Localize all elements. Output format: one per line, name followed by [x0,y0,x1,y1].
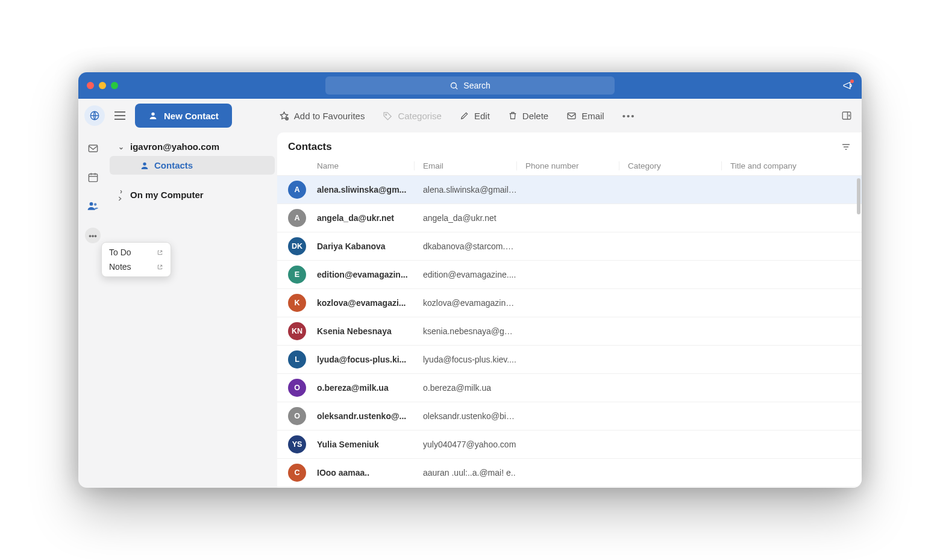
avatar: A [288,181,306,199]
avatar: E [288,266,306,284]
svg-point-21 [90,202,93,206]
table-row[interactable]: Eedition@evamagazin...edition@evamagazin… [277,261,862,289]
sidebar: ⌄ igavron@yahoo.com Contacts › On my Com… [107,132,277,488]
avatar: K [288,294,306,312]
table-row[interactable]: KNKsenia Nebesnayaksenia.nebesnaya@gm... [277,317,862,346]
hamburger-menu-button[interactable] [110,111,130,120]
table-row[interactable]: Aalena.sliwinska@gm...alena.sliwinska@gm… [277,176,862,204]
email-label: Email [581,111,604,121]
announcements-button[interactable] [842,80,853,91]
column-email[interactable]: Email [415,161,517,170]
person-icon [140,161,149,170]
table-row[interactable]: YSYulia Semeniukyuly040477@yahoo.com [277,431,862,459]
maximize-window-button[interactable] [111,82,118,89]
contact-name: angela_da@ukr.net [317,213,415,223]
table-row[interactable]: Oo.bereza@milk.uao.bereza@milk.ua [277,374,862,402]
search-input[interactable]: Search [325,76,615,95]
column-phone[interactable]: Phone number [517,161,619,170]
contact-name: Yulia Semeniuk [317,440,415,449]
open-external-icon [157,264,163,270]
email-button[interactable]: Email [566,111,604,121]
app-window: Search New Contact Add to Favourites [78,72,862,488]
contact-email: yuly040477@yahoo.com [415,440,517,449]
table-row[interactable]: Llyuda@focus-plus.ki...lyuda@focus-plus.… [277,346,862,374]
table-header: Name Email Phone number Category Title a… [277,157,862,176]
avatar: C [288,464,306,482]
filter-button[interactable] [841,142,851,152]
avatar: KN [288,322,306,340]
contact-name: Dariya Kabanova [317,241,415,251]
globe-button[interactable] [84,105,105,126]
table-row[interactable]: Ooleksandr.ustenko@...oleksandr.ustenko@… [277,402,862,431]
categorise-label: Categorise [398,111,442,121]
contact-list: Aalena.sliwinska@gm...alena.sliwinska@gm… [277,176,862,488]
contact-email: aauran .uul:..a.@mai! e.. [415,468,517,478]
table-row[interactable]: DKDariya Kabanovadkabanova@starcom.ki... [277,232,862,261]
edit-button[interactable]: Edit [460,111,490,121]
sidebar-omc-label: On my Computer [130,190,204,200]
scrollbar-thumb[interactable] [857,178,860,214]
svg-rect-12 [842,112,851,119]
svg-rect-11 [568,113,575,119]
pencil-icon [460,111,469,120]
nav-rail: ••• To Do Notes [78,132,107,488]
panel-toggle-button[interactable] [841,110,856,121]
rail-more[interactable]: ••• [85,228,101,243]
sidebar-account[interactable]: ⌄ igavron@yahoo.com [107,137,277,156]
popover-todo[interactable]: To Do [102,245,171,260]
search-placeholder: Search [463,81,490,90]
sidebar-item-contacts[interactable]: Contacts [110,156,275,175]
chevron-right-icon: › [117,187,125,202]
tag-icon [383,111,393,121]
contact-name: Ksenia Nebesnaya [317,326,415,336]
column-category[interactable]: Category [619,161,722,170]
rail-calendar[interactable] [86,170,100,184]
sidebar-account-label: igavron@yahoo.com [130,142,219,152]
avatar: L [288,350,306,369]
contact-name: lyuda@focus-plus.ki... [317,355,415,364]
sidebar-on-my-computer[interactable]: › On my Computer [107,183,277,206]
delete-label: Delete [522,111,548,121]
column-title[interactable]: Title and company [722,161,851,170]
rail-people[interactable] [86,199,100,213]
search-icon [450,81,459,90]
notification-dot [850,79,854,83]
page-title: Contacts [288,141,332,153]
chevron-down-icon: ⌄ [117,143,125,151]
contact-email: lyuda@focus-plus.kiev.... [415,355,517,364]
svg-point-10 [386,114,387,115]
main-header: Contacts [277,132,862,157]
avatar: YS [288,435,306,453]
contact-email: o.bereza@milk.ua [415,383,517,393]
contact-email: edition@evamagazine.... [415,270,517,279]
table-row[interactable]: Kkozlova@evamagazi...kozlova@evamagazine… [277,289,862,317]
trash-icon [508,111,518,120]
open-external-icon [157,249,163,256]
add-favourites-label: Add to Favourites [294,111,365,121]
popover-notes-label: Notes [109,262,131,272]
popover-notes[interactable]: Notes [102,260,171,274]
minimize-window-button[interactable] [99,82,106,89]
svg-rect-16 [89,145,97,151]
svg-point-0 [451,82,457,88]
svg-rect-17 [89,173,97,181]
avatar: A [288,209,306,227]
contact-email: oleksandr.ustenko@big... [415,411,517,421]
contact-name: kozlova@evamagazi... [317,298,415,308]
more-actions-button[interactable]: ••• [622,111,636,121]
table-row[interactable]: CIOoo aamaa..aauran .uul:..a.@mai! e.. [277,459,862,487]
svg-point-22 [94,203,96,205]
new-contact-button[interactable]: New Contact [135,104,232,128]
contact-email: kozlova@evamagazine.... [415,298,517,308]
categorise-button[interactable]: Categorise [383,111,442,121]
rail-mail[interactable] [86,141,100,155]
delete-button[interactable]: Delete [508,111,548,121]
star-icon [279,111,289,121]
svg-point-6 [151,113,154,116]
table-row[interactable]: Aangela_da@ukr.netangela_da@ukr.net [277,204,862,232]
add-favourites-button[interactable]: Add to Favourites [279,111,365,121]
column-name[interactable]: Name [288,161,415,170]
contact-email: ksenia.nebesnaya@gm... [415,326,517,336]
main-panel: Contacts Name Email Phone number Categor… [277,132,862,488]
close-window-button[interactable] [87,82,94,89]
